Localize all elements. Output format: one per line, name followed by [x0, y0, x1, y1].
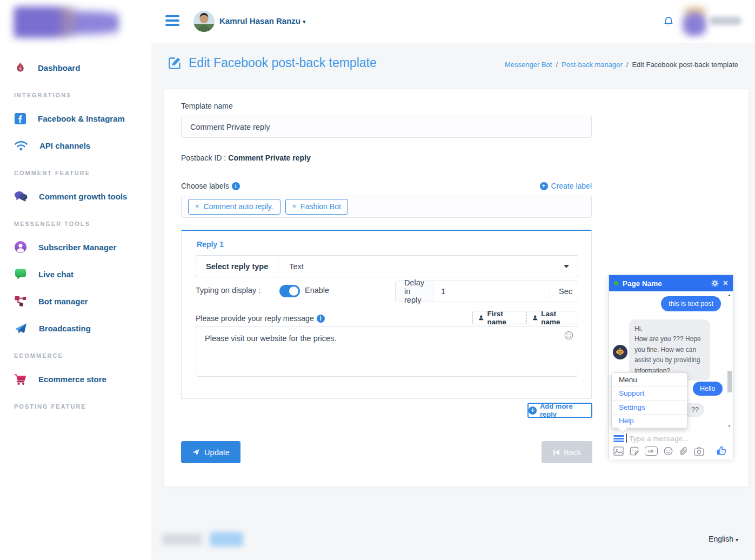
- sidebar-item-live-chat[interactable]: Live chat: [0, 261, 151, 288]
- messenger-preview-widget: Page Name × this is text post H: [609, 275, 733, 459]
- template-name-input[interactable]: [181, 116, 592, 138]
- update-button[interactable]: Update: [181, 441, 240, 463]
- chat-bubble-icon: [14, 268, 27, 281]
- reply-type-select[interactable]: Text: [278, 255, 578, 277]
- sidebar-item-bot-manager[interactable]: Bot manager: [0, 288, 151, 315]
- sidebar-item-ecommerce-store[interactable]: Ecommerce store: [0, 365, 151, 392]
- sidebar-section-posting-feature: POSTING FEATURE: [0, 392, 151, 416]
- preview-header[interactable]: Page Name ×: [609, 275, 733, 291]
- flame-icon: [14, 61, 26, 74]
- sidebar-item-label: Comment growth tools: [39, 192, 127, 201]
- sidebar-item-comment-growth-tools[interactable]: Comment growth tools: [0, 183, 151, 210]
- notifications-bell-icon[interactable]: [663, 15, 674, 28]
- insert-first-name-button[interactable]: First name: [472, 311, 525, 324]
- typing-toggle[interactable]: [279, 285, 300, 297]
- scroll-up-icon[interactable]: ▲: [727, 293, 731, 297]
- paper-plane-icon: [14, 322, 28, 335]
- sidebar-item-api-channels[interactable]: API channels: [0, 132, 151, 159]
- reply-section-title: Reply 1: [197, 240, 224, 249]
- delay-in-reply-group: Delay in reply Sec: [395, 281, 578, 302]
- typing-toggle-state: Enable: [305, 286, 329, 295]
- gear-icon[interactable]: [711, 279, 719, 287]
- postback-id: Postback ID :Comment Private reply: [181, 154, 311, 162]
- page-title: Edit Facebook post-back template: [168, 56, 377, 70]
- bot-message-bubble: Hi, How are you ??? Hope you fine. How w…: [629, 319, 710, 381]
- language-selector[interactable]: English▾: [709, 535, 738, 543]
- delay-unit-label: Sec: [550, 281, 581, 302]
- breadcrumb-link-messenger-bot[interactable]: Messenger Bot: [505, 61, 552, 69]
- scroll-down-icon[interactable]: ▼: [727, 424, 731, 428]
- person-icon: [532, 315, 538, 321]
- secondary-account-label: [709, 17, 741, 25]
- preview-page-name: Page Name: [623, 279, 707, 288]
- hello-message-bubble: Hello: [693, 382, 723, 396]
- emoji-picker-icon[interactable]: [564, 331, 573, 342]
- attachment-icon[interactable]: [679, 446, 688, 456]
- robot-icon: [616, 348, 625, 357]
- facebook-icon: [14, 112, 26, 125]
- select-reply-type-label: Select reply type: [196, 255, 278, 277]
- emoji-icon[interactable]: [664, 446, 673, 456]
- sidebar-section-ecommerce: ECOMMERCE: [0, 342, 151, 365]
- sidebar-item-label: Bot manager: [38, 297, 88, 306]
- online-status-dot: [614, 281, 618, 285]
- preview-scrollbar[interactable]: ▲ ▼: [726, 291, 733, 430]
- gif-icon[interactable]: GIF: [645, 446, 658, 456]
- person-icon: [478, 315, 484, 321]
- app-logo[interactable]: [14, 6, 119, 38]
- composer-menu-icon[interactable]: [613, 435, 624, 443]
- main-content: Edit Facebook post-back template Messeng…: [151, 43, 755, 560]
- reply-type-group: Select reply type Text: [196, 255, 578, 277]
- camera-icon[interactable]: [694, 447, 704, 456]
- label-chip[interactable]: ×Fashion Bot: [285, 199, 348, 215]
- back-button[interactable]: Back: [542, 441, 592, 463]
- label-chip[interactable]: ×Comment auto reply.: [188, 199, 280, 215]
- postback-id-value: Comment Private reply: [228, 154, 311, 162]
- chevron-down-icon: ▾: [303, 18, 306, 25]
- create-label-button[interactable]: +Create label: [540, 182, 592, 190]
- sidebar-section-comment-feature: COMMENT FEATURE: [0, 159, 151, 183]
- composer-placeholder[interactable]: Type a message...: [629, 435, 689, 443]
- choose-labels-label: Choose labelsi: [181, 182, 240, 190]
- sidebar-item-facebook-instagram[interactable]: Facebook & Instagram: [0, 105, 151, 132]
- scrollbar-thumb[interactable]: [727, 371, 732, 392]
- info-icon[interactable]: i: [232, 182, 240, 190]
- topbar: Kamrul Hasan Ranzu▾: [0, 0, 755, 43]
- labels-input-box[interactable]: ×Comment auto reply. ×Fashion Bot: [181, 196, 592, 218]
- template-name-label: Template name: [181, 102, 233, 110]
- menu-item-settings[interactable]: Settings: [612, 401, 687, 415]
- sticker-icon[interactable]: [630, 446, 639, 456]
- close-icon[interactable]: ×: [723, 279, 728, 288]
- insert-last-name-button[interactable]: Last name: [526, 311, 578, 324]
- remove-label-icon[interactable]: ×: [292, 204, 297, 209]
- edit-icon: [168, 56, 182, 70]
- sidebar-toggle-icon[interactable]: [165, 15, 179, 27]
- sidebar-item-subscriber-manager[interactable]: Subscriber Manager: [0, 234, 151, 261]
- reply-section: Reply 1 Select reply type Text Typing on…: [181, 230, 592, 399]
- sidebar-item-label: Facebook & Instagram: [38, 114, 125, 123]
- sidebar-item-broadcasting[interactable]: Broadcasting: [0, 315, 151, 342]
- chevron-down-icon: ▾: [736, 537, 738, 543]
- footer-badge-blur[interactable]: [210, 532, 243, 546]
- plus-circle-icon: +: [529, 406, 537, 415]
- sidebar: Dashboard INTEGRATIONS Facebook & Instag…: [0, 43, 151, 560]
- secondary-avatar[interactable]: [681, 6, 708, 37]
- delay-input[interactable]: [433, 281, 550, 302]
- breadcrumb-link-postback-manager[interactable]: Post-back manager: [562, 61, 623, 69]
- thumbs-up-icon[interactable]: [716, 445, 727, 456]
- menu-item-support[interactable]: Support: [612, 387, 687, 401]
- info-icon[interactable]: i: [317, 315, 325, 323]
- user-menu[interactable]: Kamrul Hasan Ranzu▾: [219, 16, 306, 25]
- remove-label-icon[interactable]: ×: [195, 204, 199, 209]
- add-more-reply-button[interactable]: +Add more reply: [527, 403, 592, 418]
- sidebar-item-dashboard[interactable]: Dashboard: [0, 54, 151, 81]
- bot-avatar: [613, 345, 627, 359]
- image-icon[interactable]: [613, 446, 624, 456]
- user-avatar[interactable]: [193, 11, 215, 32]
- reply-message-textarea[interactable]: Please visit our website for the prices.: [196, 326, 578, 377]
- sidebar-section-messenger-tools: MESSENGER TOOLS: [0, 210, 151, 234]
- sidebar-item-label: Live chat: [38, 270, 74, 279]
- step-backward-icon: [553, 449, 560, 456]
- preview-conversation: this is text post Hi, How are you ??? Ho…: [609, 291, 733, 430]
- user-circle-icon: [14, 241, 27, 254]
